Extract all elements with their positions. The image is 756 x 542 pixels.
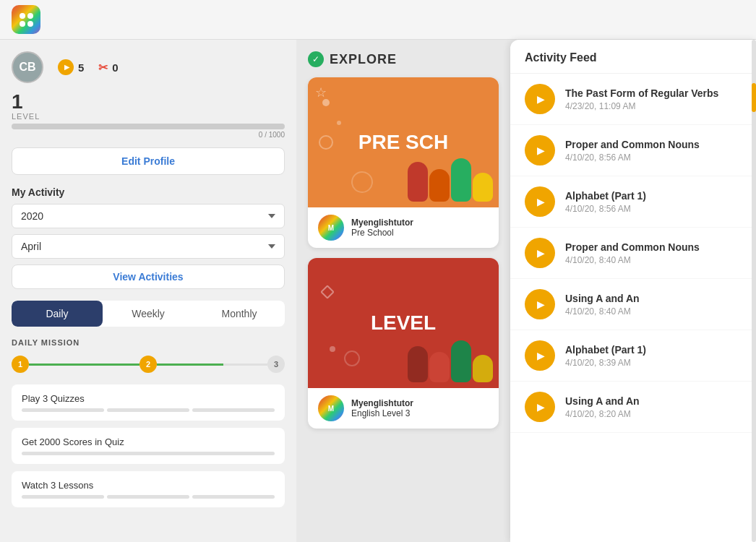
misses-stat: ✂ 0 xyxy=(98,61,118,74)
feed-item-title-4: Using A and An xyxy=(565,293,742,304)
explore-title: EXPLORE xyxy=(330,52,397,67)
level-number: 1 xyxy=(12,92,285,112)
feed-item-title-6: Using A and An xyxy=(565,395,742,407)
feed-item-date-1: 4/10/20, 8:56 AM xyxy=(565,152,742,163)
tab-group: Daily Weekly Monthly xyxy=(12,301,285,327)
feed-item-date-6: 4/10/20, 8:20 AM xyxy=(565,409,742,419)
figures-2 xyxy=(402,335,499,388)
mission-title-1: Play 3 Quizzes xyxy=(22,393,275,404)
avatar: CB xyxy=(12,51,43,83)
tab-monthly[interactable]: Monthly xyxy=(194,301,285,327)
feed-play-button-4[interactable] xyxy=(525,289,555,319)
course-card-preschool[interactable]: ☆ PRE SCH M Myenglishtut xyxy=(308,77,499,248)
daily-mission-label: DAILY MISSION xyxy=(12,338,285,347)
left-sidebar: CB 5 ✂ 0 1 LEVEL 0 / 1000 Edit Profile xyxy=(0,40,296,542)
explore-header: ✓ EXPLORE xyxy=(308,51,499,67)
feed-play-button-6[interactable] xyxy=(525,392,555,422)
progress-bars-1 xyxy=(22,408,275,412)
prog-bar xyxy=(22,408,104,412)
feed-item-date-5: 4/10/20, 8:39 AM xyxy=(565,358,742,368)
feed-item-info-2: Alphabet (Part 1) 4/10/20, 8:56 AM xyxy=(565,190,742,214)
activity-feed-panel: Activity Feed The Past Form of Regular V… xyxy=(510,40,756,542)
feed-item[interactable]: Alphabet (Part 1) 4/10/20, 8:39 AM xyxy=(510,330,756,382)
feed-play-button-3[interactable] xyxy=(525,238,555,268)
tutor-info-1: Myenglishtutor Pre School xyxy=(351,218,413,238)
feed-item-info-5: Alphabet (Part 1) 4/10/20, 8:39 AM xyxy=(565,344,742,368)
xp-bar-container: 0 / 1000 xyxy=(12,124,285,139)
prog-bar xyxy=(107,408,189,412)
feed-item-info-6: Using A and An 4/10/20, 8:20 AM xyxy=(565,395,742,419)
prog-bar xyxy=(192,408,275,412)
course-card-image-2: LEVEL xyxy=(308,258,499,388)
month-dropdown[interactable]: April March February xyxy=(12,234,285,259)
feed-item-info-1: Proper and Common Nouns 4/10/20, 8:56 AM xyxy=(565,139,742,163)
level-section: 1 LEVEL 0 / 1000 xyxy=(12,92,285,139)
top-bar xyxy=(0,0,756,40)
feed-item[interactable]: Alphabet (Part 1) 4/10/20, 8:56 AM xyxy=(510,176,756,228)
year-dropdown[interactable]: 2020 2019 xyxy=(12,204,285,228)
mission-steps: 1 2 3 xyxy=(12,356,285,373)
main-layout: CB 5 ✂ 0 1 LEVEL 0 / 1000 Edit Profile xyxy=(0,40,756,542)
feed-item-title-2: Alphabet (Part 1) xyxy=(565,190,742,202)
feed-item[interactable]: Proper and Common Nouns 4/10/20, 8:56 AM xyxy=(510,125,756,176)
feed-item-title-1: Proper and Common Nouns xyxy=(565,139,742,150)
feed-item[interactable]: Using A and An 4/10/20, 8:40 AM xyxy=(510,279,756,330)
feed-item-date-2: 4/10/20, 8:56 AM xyxy=(565,204,742,214)
feed-play-button-5[interactable] xyxy=(525,340,555,371)
course-card-image-1: ☆ PRE SCH xyxy=(308,77,499,207)
course-card-title-2: LEVEL xyxy=(364,304,443,343)
feed-item-title-5: Alphabet (Part 1) xyxy=(565,344,742,356)
tutor-avatar-2: M xyxy=(318,395,344,421)
xp-bar-bg xyxy=(12,124,285,129)
feed-item[interactable]: Using A and An 4/10/20, 8:20 AM xyxy=(510,382,756,433)
feed-item-title-3: Proper and Common Nouns xyxy=(565,241,742,253)
tutor-avatar-1: M xyxy=(318,215,344,241)
star-icon: ☆ xyxy=(315,85,327,100)
plays-stat: 5 xyxy=(58,59,84,75)
feed-play-button-0[interactable] xyxy=(525,84,555,114)
step-1: 1 xyxy=(12,356,29,373)
my-activity-label: My Activity xyxy=(12,186,285,198)
step-line-1 xyxy=(29,364,139,366)
tutor-info-2: Myenglishtutor English Level 3 xyxy=(351,398,413,418)
tutor-name-2: Myenglishtutor xyxy=(351,398,413,408)
progress-bars-3 xyxy=(22,495,275,499)
level-label: LEVEL xyxy=(12,112,285,121)
scroll-indicator xyxy=(752,40,756,542)
course-card-footer-1: M Myenglishtutor Pre School xyxy=(308,207,499,248)
mission-title-2: Get 2000 Scores in Quiz xyxy=(22,436,275,447)
prog-bar xyxy=(22,495,104,499)
tutor-name-1: Myenglishtutor xyxy=(351,218,413,228)
xp-text: 0 / 1000 xyxy=(12,131,285,139)
feed-item-info-3: Proper and Common Nouns 4/10/20, 8:40 AM xyxy=(565,241,742,265)
mission-scores: Get 2000 Scores in Quiz xyxy=(12,428,285,464)
step-3: 3 xyxy=(267,356,285,373)
explore-icon: ✓ xyxy=(308,51,324,67)
course-card-level3[interactable]: LEVEL M Myenglishtutor English Level 3 xyxy=(308,258,499,429)
mission-watch-lessons: Watch 3 Lessons xyxy=(12,471,285,507)
misses-count: 0 xyxy=(112,61,118,74)
app-logo[interactable] xyxy=(12,5,40,34)
feed-play-button-2[interactable] xyxy=(525,186,555,217)
plays-count: 5 xyxy=(78,61,84,74)
edit-profile-button[interactable]: Edit Profile xyxy=(12,147,285,175)
feed-item[interactable]: Proper and Common Nouns 4/10/20, 8:40 AM xyxy=(510,228,756,279)
tab-weekly[interactable]: Weekly xyxy=(103,301,194,327)
play-icon xyxy=(58,59,74,75)
feed-item[interactable]: The Past Form of Regular Verbs 4/23/20, … xyxy=(510,74,756,125)
view-activities-button[interactable]: View Activities xyxy=(12,264,285,289)
progress-bars-2 xyxy=(22,452,275,455)
scroll-thumb xyxy=(752,83,756,112)
prog-bar xyxy=(107,495,189,499)
prog-bar xyxy=(192,495,275,499)
middle-content: ✓ EXPLORE ☆ PRE SCH xyxy=(296,40,510,542)
step-line-2 xyxy=(157,364,267,366)
course-subtitle-1: Pre School xyxy=(351,228,413,238)
feed-header: Activity Feed xyxy=(510,40,756,74)
user-header: CB 5 ✂ 0 xyxy=(12,51,285,83)
feed-items-container: The Past Form of Regular Verbs 4/23/20, … xyxy=(510,74,756,433)
tab-daily[interactable]: Daily xyxy=(12,301,103,327)
step-2: 2 xyxy=(139,356,157,373)
feed-play-button-1[interactable] xyxy=(525,135,555,165)
feed-item-info-4: Using A and An 4/10/20, 8:40 AM xyxy=(565,293,742,317)
